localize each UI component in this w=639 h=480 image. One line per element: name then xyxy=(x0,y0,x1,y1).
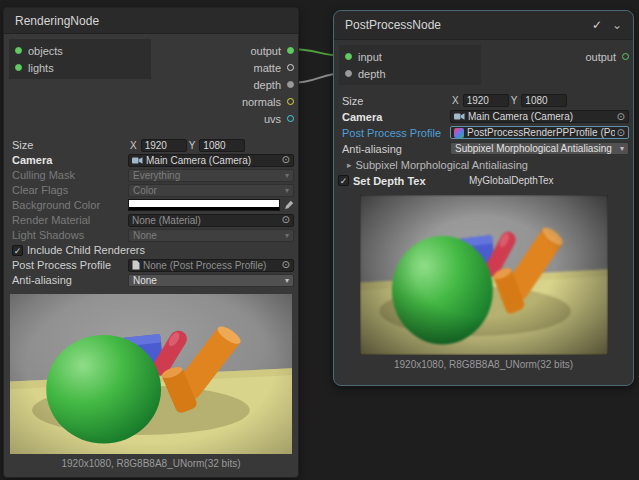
port-label: uvs xyxy=(264,113,281,125)
port-label: depth xyxy=(253,79,281,91)
camera-value: Main Camera (Camera) xyxy=(468,111,615,122)
camera-row: Camera Main Camera (Camera) ⊙ xyxy=(338,109,629,124)
rendering-node-properties: Size X 1920 Y 1080 Camera Main Camera (C… xyxy=(4,135,298,290)
port-dot-depth[interactable] xyxy=(287,81,294,88)
anti-aliasing-row: Anti-aliasing Subpixel Morphological Ant… xyxy=(338,141,629,156)
port-dot-output[interactable] xyxy=(287,47,294,54)
port-uvs[interactable]: uvs xyxy=(264,110,294,127)
light-shadows-dropdown[interactable]: None ▾ xyxy=(128,229,294,242)
post-process-profile-label: Post Process Profile xyxy=(8,259,128,271)
camera-object-field[interactable]: Main Camera (Camera) ⊙ xyxy=(128,154,294,167)
culling-mask-row: Culling Mask Everything ▾ xyxy=(8,168,294,182)
port-lights[interactable]: lights xyxy=(9,59,151,76)
chevron-down-icon[interactable]: ⌄ xyxy=(612,18,622,32)
rendering-node-header[interactable]: RenderingNode xyxy=(4,8,298,34)
port-label: depth xyxy=(358,68,386,80)
object-picker-icon[interactable]: ⊙ xyxy=(282,260,290,270)
postprocess-preview-image xyxy=(360,195,608,355)
camera-icon xyxy=(132,156,143,165)
port-objects[interactable]: objects xyxy=(9,42,151,59)
port-dot-lights[interactable] xyxy=(15,64,22,71)
dropdown-arrow-icon: ▾ xyxy=(285,231,289,240)
camera-label: Camera xyxy=(8,154,128,166)
anti-aliasing-row: Anti-aliasing None ▾ xyxy=(8,273,294,287)
size-label: Size xyxy=(8,139,128,151)
postprocess-node-header[interactable]: PostProcessNode ✓ ⌄ xyxy=(334,11,633,40)
culling-mask-dropdown[interactable]: Everything ▾ xyxy=(128,169,294,182)
port-depth[interactable]: depth xyxy=(253,76,294,93)
background-color-swatch[interactable] xyxy=(128,199,280,211)
port-dot-matte[interactable] xyxy=(287,64,294,71)
post-process-profile-row: Post Process Profile PostProcessRenderPP… xyxy=(338,125,629,140)
port-output[interactable]: output xyxy=(585,48,629,65)
port-depth[interactable]: depth xyxy=(339,65,481,82)
dropdown-arrow-icon: ▾ xyxy=(620,144,624,153)
preview-caption: 1920x1080, R8G8B8A8_UNorm(32 bits) xyxy=(4,458,298,469)
post-process-profile-label[interactable]: Post Process Profile xyxy=(338,127,450,139)
clear-flags-dropdown[interactable]: Color ▾ xyxy=(128,184,294,197)
port-dot-objects[interactable] xyxy=(15,47,22,54)
post-process-profile-object-field[interactable]: None (Post Process Profile) ⊙ xyxy=(128,259,294,272)
render-material-object-field[interactable]: None (Material) ⊙ xyxy=(128,214,294,227)
port-input[interactable]: input xyxy=(339,48,481,65)
render-preview-image xyxy=(10,294,292,454)
anti-aliasing-dropdown[interactable]: None ▾ xyxy=(128,274,294,287)
postprocess-node-ports: input depth output xyxy=(334,40,633,90)
node-enabled-checkmark-icon[interactable]: ✓ xyxy=(592,18,602,32)
port-dot-input[interactable] xyxy=(345,53,352,60)
node-title: PostProcessNode xyxy=(345,18,592,32)
preview-caption: 1920x1080, R8G8B8A8_UNorm(32 bits) xyxy=(334,359,633,370)
object-picker-icon[interactable]: ⊙ xyxy=(617,128,625,138)
size-x-label: X xyxy=(452,95,459,106)
set-depth-tex-input[interactable]: MyGlobalDepthTex xyxy=(465,174,629,187)
object-picker-icon[interactable]: ⊙ xyxy=(282,215,290,225)
port-dot-output[interactable] xyxy=(622,53,629,60)
camera-row: Camera Main Camera (Camera) ⊙ xyxy=(8,153,294,167)
include-child-renderers-label: Include Child Renderers xyxy=(27,244,145,256)
port-normals[interactable]: normals xyxy=(242,93,294,110)
object-picker-icon[interactable]: ⊙ xyxy=(282,155,290,165)
rendering-node[interactable]: RenderingNode objects lights output matt… xyxy=(3,7,299,478)
output-ports-column: output matte depth normals uvs xyxy=(242,39,298,130)
background-color-label: Background Color xyxy=(8,199,128,211)
port-dot-depth[interactable] xyxy=(345,70,352,77)
size-x-label: X xyxy=(130,140,137,151)
post-process-profile-row: Post Process Profile None (Post Process … xyxy=(8,258,294,272)
size-y-label: Y xyxy=(511,95,518,106)
eyedropper-icon[interactable] xyxy=(284,200,294,210)
port-matte[interactable]: matte xyxy=(253,59,294,76)
postprocess-node[interactable]: PostProcessNode ✓ ⌄ input depth output S… xyxy=(333,10,634,386)
port-label: output xyxy=(585,51,616,63)
anti-aliasing-label: Anti-aliasing xyxy=(8,274,128,286)
size-y-input[interactable]: 1080 xyxy=(199,139,245,152)
post-process-profile-icon xyxy=(454,128,464,138)
object-picker-icon[interactable]: ⊙ xyxy=(617,112,625,122)
size-y-input[interactable]: 1080 xyxy=(521,94,567,107)
post-process-profile-object-field[interactable]: PostProcessRenderPPProfile (Pos ⊙ xyxy=(450,126,629,139)
document-icon xyxy=(132,260,140,270)
include-child-renderers-checkbox[interactable]: ✓ xyxy=(12,245,23,256)
set-depth-tex-label: Set Depth Tex xyxy=(353,175,465,187)
culling-mask-label: Culling Mask xyxy=(8,169,128,181)
port-dot-uvs[interactable] xyxy=(287,115,294,122)
port-output[interactable]: output xyxy=(250,42,294,59)
port-label: matte xyxy=(253,62,281,74)
port-label: objects xyxy=(28,45,63,57)
camera-icon xyxy=(454,112,465,121)
port-label: normals xyxy=(242,96,281,108)
post-process-profile-value: PostProcessRenderPPProfile (Pos xyxy=(467,127,615,138)
set-depth-tex-checkbox[interactable]: ✓ xyxy=(338,175,349,186)
port-dot-normals[interactable] xyxy=(287,98,294,105)
size-x-input[interactable]: 1920 xyxy=(141,139,187,152)
size-x-input[interactable]: 1920 xyxy=(463,94,509,107)
light-shadows-label: Light Shadows xyxy=(8,229,128,241)
output-ports-column: output xyxy=(585,45,633,68)
port-label: input xyxy=(358,51,382,63)
camera-object-field[interactable]: Main Camera (Camera) ⊙ xyxy=(450,110,629,123)
anti-aliasing-dropdown[interactable]: Subpixel Morphological Antialiasing ▾ xyxy=(450,142,629,155)
smaa-foldout-label: Subpixel Morphological Antialiasing xyxy=(356,159,528,171)
foldout-arrow-icon: ▸ xyxy=(347,160,352,170)
smaa-foldout[interactable]: ▸ Subpixel Morphological Antialiasing xyxy=(338,157,629,172)
clear-flags-label: Clear Flags xyxy=(8,184,128,196)
anti-aliasing-label: Anti-aliasing xyxy=(338,143,450,155)
